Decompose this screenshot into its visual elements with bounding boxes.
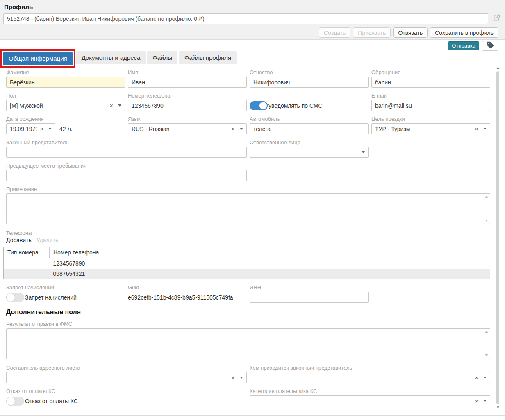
clear-icon[interactable]: × bbox=[231, 375, 235, 381]
phone-table-row[interactable]: 0987654321 bbox=[4, 269, 490, 279]
middle-name-input[interactable] bbox=[253, 79, 365, 86]
field-label: Отказ от оплаты КС bbox=[6, 388, 247, 394]
phone-table-row[interactable]: 1234567890 bbox=[4, 258, 490, 269]
open-profile-button[interactable] bbox=[491, 14, 502, 24]
field-label: Предыдущее место пребывания bbox=[6, 163, 247, 169]
tab-files[interactable]: Файлы bbox=[147, 51, 177, 64]
last-name-input[interactable] bbox=[10, 79, 121, 86]
field-label: Примечание bbox=[6, 186, 490, 192]
field-label: Автомобиль bbox=[250, 116, 369, 122]
panel-bottom-border bbox=[0, 415, 505, 416]
clear-icon[interactable]: × bbox=[109, 102, 113, 109]
field-sms-notify: уведомлять по СМС bbox=[250, 93, 369, 111]
tab-general-info[interactable]: Общая информация bbox=[3, 52, 73, 65]
general-info-panel: Фамилия Имя Отчество Обращение Пол [М] М… bbox=[0, 64, 505, 406]
language-select[interactable]: RUS - Russian × bbox=[128, 123, 247, 134]
chevron-down-icon[interactable] bbox=[483, 400, 487, 402]
field-previous-place: Предыдущее место пребывания bbox=[6, 163, 247, 181]
column-header-phone-number: Номер телефона bbox=[50, 247, 490, 258]
ks-refusal-toggle[interactable] bbox=[6, 397, 24, 406]
scroll-down-icon[interactable] bbox=[485, 220, 488, 222]
tab-documents-addresses[interactable]: Документы и адреса bbox=[76, 51, 146, 64]
phones-table-header: Тип номера Номер телефона bbox=[4, 247, 490, 258]
scroll-down-icon[interactable] bbox=[485, 354, 488, 356]
phones-table: Тип номера Номер телефона 1234567890 098… bbox=[3, 247, 490, 279]
scrollbar-thumb[interactable] bbox=[496, 71, 499, 404]
clear-icon[interactable]: × bbox=[231, 126, 235, 132]
note-textarea[interactable] bbox=[6, 193, 490, 224]
save-to-profile-button[interactable]: Сохранить в профиль bbox=[430, 27, 498, 38]
sms-notify-label: уведомлять по СМС bbox=[268, 102, 323, 109]
scroll-up-icon[interactable] bbox=[485, 196, 488, 198]
external-link-icon bbox=[491, 14, 501, 24]
field-fms-result: Результат отправки в ФМС bbox=[6, 321, 490, 359]
ks-payer-category-select[interactable]: × bbox=[250, 395, 490, 406]
phones-section: Телефоны Добавить Удалить Тип номера Ном… bbox=[6, 230, 490, 279]
chevron-down-icon[interactable] bbox=[118, 104, 121, 107]
field-guid: Guid e692cefb-151b-4c89-b9a5-911505c749f… bbox=[128, 284, 247, 303]
guid-value: e692cefb-151b-4c89-b9a5-911505c749fa bbox=[128, 292, 247, 303]
field-birth-date: Дата рождения 19.09.1979 × 42 л. bbox=[6, 116, 125, 134]
trip-purpose-select[interactable]: ТУР - Туризм × bbox=[371, 123, 490, 134]
chevron-down-icon[interactable] bbox=[483, 128, 487, 130]
profile-row bbox=[3, 13, 502, 24]
field-note: Примечание bbox=[6, 186, 490, 224]
gender-select[interactable]: [М] Мужской × bbox=[6, 100, 125, 111]
legal-representative-input[interactable] bbox=[10, 149, 243, 156]
clear-icon[interactable]: × bbox=[475, 375, 478, 381]
no-accrual-toggle[interactable] bbox=[6, 293, 24, 302]
field-label: Пол bbox=[6, 93, 125, 99]
toggle-knob bbox=[6, 293, 15, 302]
chevron-down-icon[interactable] bbox=[362, 151, 365, 153]
age-text: 42 л. bbox=[59, 126, 73, 132]
add-phone-link[interactable]: Добавить bbox=[6, 237, 32, 243]
car-input[interactable] bbox=[253, 126, 365, 132]
field-no-accrual: Запрет начислений Запрет начислений bbox=[6, 284, 125, 303]
field-label: Запрет начислений bbox=[6, 284, 125, 291]
field-inn: ИНН bbox=[250, 284, 369, 303]
bind-button[interactable]: Привязать bbox=[353, 27, 391, 38]
address-list-author-select[interactable]: × bbox=[6, 372, 247, 383]
scroll-up-icon[interactable] bbox=[496, 67, 500, 69]
previous-place-input[interactable] bbox=[10, 173, 243, 179]
profile-search-input[interactable] bbox=[3, 13, 488, 24]
vertical-scrollbar[interactable] bbox=[496, 67, 500, 409]
first-name-input[interactable] bbox=[132, 79, 243, 86]
chevron-down-icon[interactable] bbox=[240, 377, 243, 379]
field-last-name: Фамилия bbox=[6, 69, 125, 88]
tags-button[interactable] bbox=[482, 41, 498, 51]
sms-notify-toggle[interactable] bbox=[250, 101, 268, 110]
delete-phone-link: Удалить bbox=[36, 237, 58, 243]
clear-icon[interactable]: × bbox=[475, 398, 478, 404]
chevron-down-icon[interactable] bbox=[240, 128, 243, 130]
tab-profile-files[interactable]: Файлы профиля bbox=[179, 51, 237, 64]
chevron-down-icon[interactable] bbox=[483, 377, 487, 379]
field-label: Категория плательщика КС bbox=[250, 388, 490, 394]
field-middle-name: Отчество bbox=[250, 69, 369, 88]
responsible-person-select[interactable] bbox=[250, 147, 369, 158]
clear-icon[interactable]: × bbox=[475, 126, 478, 132]
salutation-input[interactable] bbox=[375, 79, 487, 86]
column-header-number-type: Тип номера bbox=[4, 247, 50, 258]
chevron-down-icon[interactable] bbox=[48, 128, 52, 130]
clear-icon[interactable]: × bbox=[40, 126, 43, 132]
field-label: Guid bbox=[128, 284, 247, 291]
field-phone: Номер телефона bbox=[128, 93, 247, 111]
phones-section-label: Телефоны bbox=[6, 230, 490, 236]
scroll-down-icon[interactable] bbox=[496, 406, 500, 409]
active-tab-highlight-box: Общая информация bbox=[0, 49, 75, 68]
field-label: ИНН bbox=[250, 284, 369, 291]
email-input[interactable] bbox=[375, 102, 487, 109]
inn-input[interactable] bbox=[253, 294, 365, 301]
field-car: Автомобиль bbox=[250, 116, 369, 134]
action-buttons: Создать Привязать Отвязать Сохранить в п… bbox=[3, 27, 502, 38]
fms-result-textarea[interactable] bbox=[6, 328, 490, 359]
legal-rep-relation-select[interactable]: × bbox=[250, 372, 490, 383]
field-label: Язык bbox=[128, 116, 247, 122]
unbind-button[interactable]: Отвязать bbox=[393, 27, 428, 38]
birth-date-picker[interactable]: 19.09.1979 × bbox=[6, 123, 55, 134]
scroll-up-icon[interactable] bbox=[485, 331, 488, 333]
phone-input[interactable] bbox=[132, 102, 243, 109]
create-button[interactable]: Создать bbox=[319, 27, 350, 38]
field-ks-payer-category: Категория плательщика КС × bbox=[250, 388, 490, 406]
